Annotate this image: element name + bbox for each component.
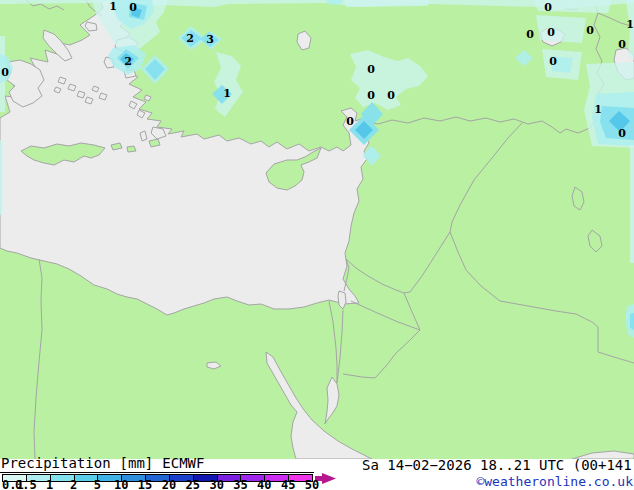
weather-map [0, 0, 634, 459]
legend-tick-label: 35 [233, 481, 247, 490]
legend-tick-label: 20 [162, 481, 176, 490]
legend-tick-label: 2 [70, 481, 77, 490]
legend-tick-label: 50 [305, 481, 319, 490]
legend-tick-label: 1 [46, 481, 53, 490]
legend-tick-label: 0.5 [15, 481, 37, 490]
copyright-watermark: ©weatheronline.co.uk [476, 474, 633, 489]
legend-tick-label: 15 [138, 481, 152, 490]
legend-ticks: 0.10.5125101520253035404550 [0, 459, 340, 490]
map-canvas [0, 0, 634, 459]
legend-tick-label: 40 [257, 481, 271, 490]
legend-tick-label: 30 [209, 481, 223, 490]
legend-tick-label: 10 [114, 481, 128, 490]
legend-tick-label: 25 [186, 481, 200, 490]
legend-tick-label: 45 [281, 481, 295, 490]
legend-tick-label: 5 [94, 481, 101, 490]
legend-bar: Precipitation[mm]ECMWF 0.10.512510152025… [0, 459, 634, 490]
forecast-datetime: Sa 14−02−2026 18..21 UTC (00+141) [362, 457, 634, 473]
weather-map-page: 10232010000000010010 Precipitation[mm]EC… [0, 0, 634, 490]
